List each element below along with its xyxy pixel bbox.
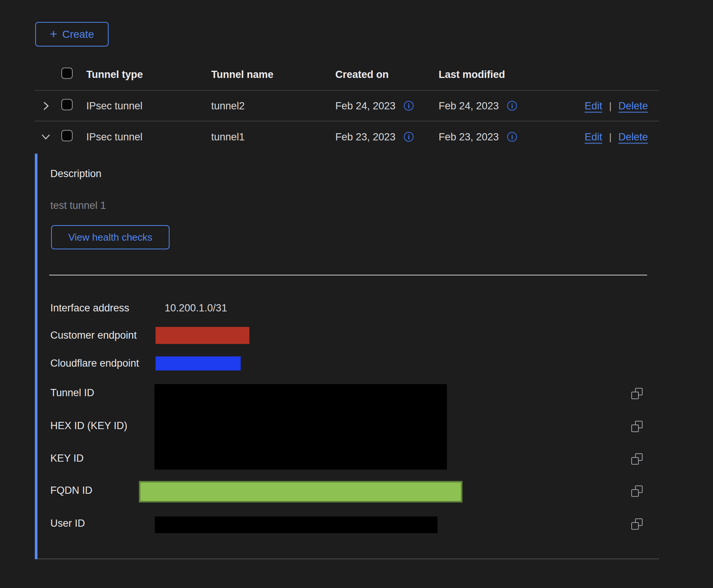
edit-link[interactable]: Edit xyxy=(585,100,602,112)
tunnel-hex-key-id-redacted-values xyxy=(154,384,447,470)
info-icon[interactable]: i xyxy=(404,132,414,142)
action-separator: | xyxy=(609,131,612,143)
tunnels-table: Tunnel type Tunnel name Created on Last … xyxy=(35,59,659,559)
edit-link[interactable]: Edit xyxy=(585,131,602,143)
interface-address-label: Interface address xyxy=(50,302,129,314)
fqdn-id-label: FQDN ID xyxy=(50,484,92,497)
created-on-value: Feb 24, 2023 xyxy=(335,100,395,112)
info-icon[interactable]: i xyxy=(404,101,414,111)
table-row-tunnel1: IPsec tunnel tunnel1 Feb 23, 2023 i Feb … xyxy=(35,121,659,152)
create-button-label: Create xyxy=(62,28,94,40)
copy-key-id-icon[interactable] xyxy=(631,453,643,465)
tunnel-name-value: tunnel2 xyxy=(211,100,245,112)
row-checkbox[interactable] xyxy=(61,99,73,110)
table-row-tunnel2: IPsec tunnel tunnel2 Feb 24, 2023 i Feb … xyxy=(35,91,659,121)
header-tunnel-type: Tunnel type xyxy=(86,68,143,80)
row-checkbox[interactable] xyxy=(61,130,73,141)
header-last-modified: Last modified xyxy=(439,68,505,80)
table-header-row: Tunnel type Tunnel name Created on Last … xyxy=(35,59,659,91)
tunnel-details-panel: Description test tunnel 1 View health ch… xyxy=(35,152,659,559)
description-label: Description xyxy=(50,167,101,180)
copy-tunnel-id-icon[interactable] xyxy=(631,388,643,399)
cloudflare-endpoint-redacted-value xyxy=(156,356,241,370)
tunnel-name-value: tunnel1 xyxy=(211,131,245,143)
hex-id-label: HEX ID (KEY ID) xyxy=(50,419,128,432)
fqdn-id-redacted-value xyxy=(139,481,462,502)
user-id-redacted-value xyxy=(155,516,437,533)
create-button[interactable]: + Create xyxy=(35,22,109,47)
cloudflare-endpoint-label: Cloudflare endpoint xyxy=(50,357,139,370)
view-health-checks-button[interactable]: View health checks xyxy=(51,225,170,249)
delete-link[interactable]: Delete xyxy=(618,131,648,143)
key-id-label: KEY ID xyxy=(50,452,84,465)
description-value: test tunnel 1 xyxy=(50,199,106,212)
header-created-on: Created on xyxy=(335,68,389,80)
chevron-right-icon[interactable] xyxy=(40,100,51,112)
divider xyxy=(49,275,647,275)
last-modified-value: Feb 23, 2023 xyxy=(439,131,499,143)
customer-endpoint-label: Customer endpoint xyxy=(50,329,137,342)
last-modified-value: Feb 24, 2023 xyxy=(439,100,499,112)
tunnel-type-value: IPsec tunnel xyxy=(86,131,143,143)
user-id-label: User ID xyxy=(50,517,85,530)
copy-user-id-icon[interactable] xyxy=(631,518,643,530)
tunnels-page: + Create Tunnel type Tunnel name Created… xyxy=(0,0,713,588)
plus-icon: + xyxy=(50,27,58,40)
chevron-down-icon[interactable] xyxy=(40,131,51,143)
header-tunnel-name: Tunnel name xyxy=(211,68,274,80)
tunnel-type-value: IPsec tunnel xyxy=(86,100,143,112)
info-icon[interactable]: i xyxy=(507,101,517,111)
expander-accent-bar xyxy=(35,154,37,559)
action-separator: | xyxy=(609,100,612,112)
created-on-value: Feb 23, 2023 xyxy=(335,131,395,143)
delete-link[interactable]: Delete xyxy=(618,100,648,112)
copy-hex-id-icon[interactable] xyxy=(631,421,643,432)
info-icon[interactable]: i xyxy=(507,132,517,142)
copy-fqdn-id-icon[interactable] xyxy=(631,485,643,497)
customer-endpoint-redacted-value xyxy=(156,327,249,344)
tunnel-id-label: Tunnel ID xyxy=(50,386,94,399)
select-all-checkbox[interactable] xyxy=(61,67,73,79)
interface-address-value: 10.200.1.0/31 xyxy=(165,302,227,314)
